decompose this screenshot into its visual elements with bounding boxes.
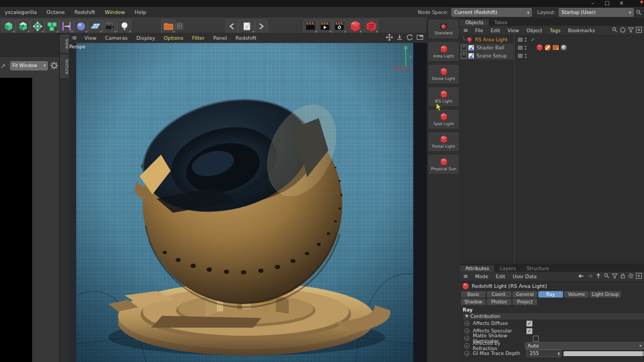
lock-icon[interactable] (620, 273, 626, 279)
new-document-button[interactable] (238, 19, 255, 33)
hamburger-icon[interactable]: ≡ (69, 34, 80, 41)
redshift-menu-button[interactable] (364, 19, 378, 33)
render-view-button[interactable] (303, 19, 318, 33)
om-menu-edit[interactable]: Edit (487, 28, 503, 33)
floor-object-button[interactable] (88, 19, 103, 33)
om-menu-object[interactable]: Object (523, 28, 546, 33)
object-row-rs-area-light[interactable]: RS Area Light ✓ (460, 35, 644, 44)
keyframe-dot-icon[interactable] (464, 321, 470, 326)
om-menu-tags[interactable]: Tags (546, 28, 564, 33)
rotate-view-icon[interactable] (406, 34, 413, 41)
add-cube-button[interactable] (1, 19, 16, 33)
parent-up-icon[interactable] (595, 273, 602, 279)
am-menu-userdata[interactable]: User Data (509, 274, 540, 279)
palette-portal-light-button[interactable]: Portal Light (429, 133, 458, 151)
layer-toggle[interactable] (518, 38, 523, 42)
keyframe-dot-icon[interactable] (464, 328, 470, 334)
enabled-check-icon[interactable]: ✓ (531, 37, 535, 42)
expand-icon[interactable]: + (461, 45, 467, 50)
tab-attributes[interactable]: Attributes (460, 265, 494, 272)
tab-light-group[interactable]: Light Group (590, 291, 621, 298)
vp-menu-cameras[interactable]: Cameras (101, 35, 132, 41)
vp-menu-filter[interactable]: Filter (188, 35, 209, 41)
tab-ray[interactable]: Ray (538, 291, 563, 298)
search-icon[interactable] (612, 27, 618, 33)
tab-objects[interactable]: Objects (460, 19, 489, 26)
light-object-button[interactable] (117, 19, 131, 33)
search-icon[interactable] (636, 10, 642, 16)
gi-max-trace-depth-input[interactable]: 255 ▲▼ (526, 350, 561, 357)
camera-object-button[interactable] (103, 19, 117, 33)
layout-select[interactable]: Startup (User)▾ (559, 8, 634, 17)
palette-physical-sun-button[interactable]: Physical Sun (429, 155, 458, 173)
palette-spot-light-button[interactable]: Spot Light (429, 110, 458, 128)
pan-view-icon[interactable] (386, 34, 393, 41)
gi-max-trace-depth-slider[interactable] (564, 351, 644, 356)
search-icon[interactable] (604, 273, 610, 279)
menu-greyscalegorilla[interactable]: yscalegorilla (0, 7, 42, 18)
redshift-renderview-button[interactable] (348, 19, 362, 33)
tab-project[interactable]: Project (513, 299, 537, 305)
object-row-shader-ball[interactable]: + Shader Ball (460, 44, 644, 52)
display-tag-icon[interactable] (544, 44, 551, 51)
sync-target-icon[interactable] (628, 273, 634, 279)
history-forward-icon[interactable] (587, 273, 593, 279)
camera-view-label[interactable]: Perspe (69, 44, 85, 49)
fit-mode-select[interactable]: Fit Window▾ (10, 61, 48, 70)
palette-dome-light-button[interactable]: Dome Light (429, 65, 458, 83)
render-settings-button[interactable] (332, 19, 347, 33)
visibility-dots[interactable] (525, 38, 526, 42)
om-menu-bookmarks[interactable]: Bookmarks (564, 28, 598, 33)
close-button[interactable]: × (615, 0, 628, 6)
compositing-tag-icon[interactable] (552, 44, 559, 51)
vp-menu-display[interactable]: Display (132, 35, 159, 41)
keyframe-dot-icon[interactable] (464, 343, 470, 349)
om-menu-file[interactable]: File (471, 28, 487, 33)
tab-general[interactable]: General (513, 291, 537, 298)
menu-redshift[interactable]: Redshift (70, 7, 100, 18)
contribution-group-header[interactable]: ▼ Contribution (463, 313, 644, 320)
matte-shadow-illuminator-checkbox[interactable] (533, 336, 539, 342)
palette-area-light-button[interactable]: Area Light (429, 42, 458, 61)
am-menu-edit[interactable]: Edit (492, 274, 509, 279)
toggle-panel-icon[interactable] (416, 34, 423, 41)
gear-icon[interactable] (50, 61, 58, 70)
path-icon[interactable] (620, 27, 626, 33)
pan-tool-icon[interactable] (1, 63, 6, 68)
affects-diffuse-checkbox[interactable]: ✓ (526, 321, 532, 327)
content-browser-button[interactable] (161, 19, 175, 33)
vp-menu-options[interactable]: Options (159, 35, 188, 41)
maximize-button[interactable]: □ (601, 0, 613, 6)
redo-button[interactable] (255, 19, 268, 33)
om-menu-view[interactable]: View (504, 28, 523, 33)
add-object-icon[interactable] (636, 27, 642, 33)
bend-deformer-button[interactable] (59, 19, 74, 33)
tab-coord[interactable]: Coord. (487, 291, 511, 298)
texture-preview[interactable] (0, 78, 32, 362)
affected-by-refraction-select[interactable]: Auto ▾ (525, 342, 644, 350)
spinner-arrows-icon[interactable]: ▲▼ (558, 351, 560, 356)
layer-toggle[interactable] (518, 54, 523, 58)
tab-layers[interactable]: Layers (494, 265, 521, 272)
filter-icon[interactable] (628, 27, 634, 33)
keyframe-dot-icon[interactable] (464, 336, 470, 341)
palette-standard-button[interactable]: Standard (429, 20, 458, 38)
hamburger-icon[interactable]: ≡ (460, 27, 471, 34)
modeling-cube-button[interactable] (16, 19, 30, 33)
array-cloner-button[interactable] (45, 19, 59, 33)
undo-button[interactable] (225, 19, 238, 33)
vp-menu-view[interactable]: View (80, 35, 101, 41)
render-picture-viewer-button[interactable] (318, 19, 332, 33)
ffd-deformer-button[interactable] (30, 19, 45, 33)
keyframe-dot-icon[interactable] (464, 351, 470, 356)
minimize-button[interactable]: – (586, 0, 599, 6)
menu-help[interactable]: Help (130, 7, 151, 18)
vp-menu-redshift[interactable]: Redshift (231, 35, 261, 41)
panel-expand-button[interactable] (175, 22, 184, 30)
vp-menu-panel[interactable]: Panel (209, 35, 231, 41)
texture-tag-icon[interactable] (560, 44, 567, 51)
redshift-material-tag-icon[interactable] (536, 44, 543, 51)
metaball-button[interactable] (74, 19, 88, 33)
palette-ies-light-button[interactable]: IES Light (429, 88, 458, 106)
new-panel-icon[interactable] (636, 273, 642, 279)
